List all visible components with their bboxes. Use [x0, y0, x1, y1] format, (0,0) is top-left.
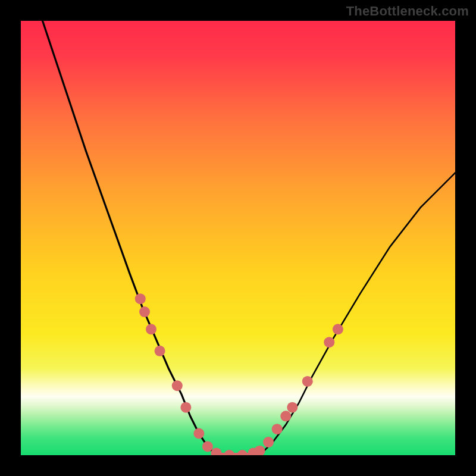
curve-marker	[280, 411, 291, 421]
curve-marker	[224, 450, 234, 455]
outer-black-frame: TheBottleneck.com	[0, 0, 476, 476]
curve-marker	[255, 446, 265, 455]
curve-marker	[263, 437, 274, 447]
left-curve	[43, 21, 217, 455]
curve-marker	[202, 441, 213, 452]
curve-layer	[21, 21, 455, 455]
curve-marker	[272, 424, 283, 434]
plot-area	[21, 21, 455, 455]
curve-marker	[324, 337, 334, 347]
curve-marker	[333, 324, 343, 334]
watermark-text: TheBottleneck.com	[346, 4, 469, 19]
curve-marker	[211, 447, 222, 455]
curve-marker	[237, 450, 248, 455]
curve-markers	[135, 293, 343, 455]
curve-marker	[146, 324, 156, 334]
curve-marker	[287, 402, 298, 413]
curve-marker	[135, 293, 146, 304]
curve-marker	[180, 402, 191, 413]
curve-marker	[302, 376, 313, 387]
curve-marker	[172, 380, 183, 391]
curve-marker	[139, 306, 150, 317]
curve-marker	[155, 346, 165, 356]
curve-marker	[193, 428, 204, 439]
